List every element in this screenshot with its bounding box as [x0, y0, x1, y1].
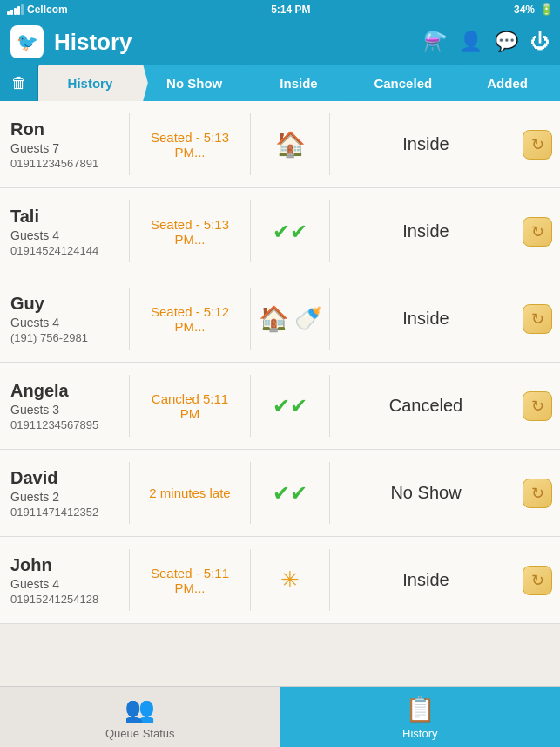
tab-inside[interactable]: Inside: [247, 65, 352, 101]
profile-icon[interactable]: 👤: [459, 31, 482, 53]
status-label: Inside: [330, 221, 522, 241]
battery-icon: 🔋: [540, 3, 553, 16]
stroller-icon: 🍼: [294, 305, 322, 332]
tab-canceled[interactable]: Canceled: [351, 65, 455, 101]
guest-name: Tali: [10, 207, 118, 227]
header-actions: ⚗️ 👤 💬 ⏻: [423, 31, 550, 53]
status-time-cell: Cancled 5:11 PM: [130, 384, 250, 428]
check-icon: ✔✔: [273, 481, 307, 506]
guest-info: Guy Guests 4 (191) 756-2981: [0, 287, 129, 351]
page-title: History: [54, 29, 413, 56]
refresh-button-area: ↻: [522, 479, 560, 508]
guest-name: Guy: [10, 294, 118, 314]
table-row: John Guests 4 01915241254128 Seated - 5:…: [0, 537, 560, 624]
queue-status-icon: 👥: [125, 695, 155, 723]
status-label: Inside: [330, 309, 522, 329]
tab-history[interactable]: History: [38, 65, 143, 101]
refresh-button[interactable]: ↻: [523, 304, 552, 334]
guest-info: David Guests 2 01911471412352: [0, 461, 129, 526]
guest-count: Guests 4: [10, 228, 118, 242]
status-time-cell: Seated - 5:13 PM...: [130, 210, 250, 254]
delete-button[interactable]: 🗑: [0, 65, 38, 101]
refresh-button[interactable]: ↻: [523, 217, 552, 247]
refresh-button-area: ↻: [522, 391, 560, 421]
guest-icons: ✳: [251, 567, 329, 594]
guest-name: David: [10, 468, 118, 488]
status-bar-left: Cellcom: [7, 3, 68, 16]
guest-name: Angela: [10, 381, 118, 401]
guest-name: John: [10, 555, 118, 575]
bottom-navigation: 👥 Queue Status 📋 History: [0, 686, 560, 747]
history-nav-icon: 📋: [405, 695, 435, 723]
guest-icons: 🏠🍼: [251, 304, 329, 333]
guest-icons: ✔✔: [251, 481, 329, 506]
refresh-button[interactable]: ↻: [523, 391, 552, 421]
guest-phone: 01911234567891: [10, 157, 118, 170]
guest-count: Guests 4: [10, 577, 118, 591]
status-time: 5:14 PM: [271, 3, 310, 16]
status-time-cell: Seated - 5:13 PM...: [130, 123, 250, 166]
trash-icon: 🗑: [11, 74, 27, 92]
table-row: Tali Guests 4 01914524124144 Seated - 5:…: [0, 188, 560, 275]
guest-phone: 01914524124144: [10, 244, 118, 257]
table-row: Guy Guests 4 (191) 756-2981 Seated - 5:1…: [0, 275, 560, 363]
guest-name: Ron: [10, 119, 118, 139]
house-icon: 🏠: [259, 304, 289, 333]
status-label: Inside: [330, 134, 522, 154]
check-icon: ✔✔: [273, 394, 307, 418]
guest-info: Angela Guests 3 01911234567895: [0, 374, 129, 438]
refresh-button-area: ↻: [522, 217, 560, 247]
status-label: Canceled: [330, 396, 522, 416]
guest-phone: 01915241254128: [10, 593, 118, 606]
message-icon[interactable]: 💬: [495, 31, 518, 53]
guest-count: Guests 2: [10, 490, 118, 504]
app-header: 🐦 History ⚗️ 👤 💬 ⏻: [0, 19, 560, 65]
refresh-button[interactable]: ↻: [523, 130, 552, 160]
status-time-cell: Seated - 5:11 PM...: [130, 559, 250, 602]
guest-phone: 01911471412352: [10, 506, 118, 519]
table-row: Ron Guests 7 01911234567891 Seated - 5:1…: [0, 101, 560, 188]
status-bar: Cellcom 5:14 PM 34% 🔋: [0, 0, 560, 19]
battery-level: 34%: [514, 3, 535, 16]
guest-icons: 🏠: [251, 130, 329, 159]
nav-history[interactable]: 📋 History: [280, 687, 561, 747]
filter-icon[interactable]: ⚗️: [423, 31, 447, 53]
check-icon: ✔✔: [273, 220, 307, 244]
status-bar-right: 34% 🔋: [514, 3, 553, 16]
app-logo: 🐦: [10, 25, 44, 58]
tab-added[interactable]: Added: [455, 65, 560, 101]
refresh-button-area: ↻: [522, 130, 560, 160]
guest-info: Ron Guests 7 01911234567891: [0, 112, 129, 177]
guest-info: Tali Guests 4 01914524124144: [0, 200, 129, 264]
guest-count: Guests 3: [10, 403, 118, 417]
logo-emoji: 🐦: [17, 31, 38, 52]
refresh-button[interactable]: ↻: [523, 566, 552, 595]
table-row: David Guests 2 01911471412352 2 minutes …: [0, 450, 560, 537]
tab-noshow[interactable]: No Show: [143, 65, 247, 101]
status-time-cell: 2 minutes late: [130, 479, 250, 507]
carrier-name: Cellcom: [27, 3, 68, 16]
guest-list: Ron Guests 7 01911234567891 Seated - 5:1…: [0, 101, 560, 686]
sun-icon: ✳: [280, 567, 300, 594]
refresh-button-area: ↻: [522, 304, 560, 334]
house-icon: 🏠: [275, 130, 306, 159]
refresh-button[interactable]: ↻: [523, 479, 552, 508]
guest-count: Guests 4: [10, 316, 118, 329]
tab-bar: 🗑 History No Show Inside Canceled Added: [0, 65, 560, 101]
status-label: No Show: [330, 483, 522, 503]
refresh-button-area: ↻: [522, 566, 560, 595]
guest-count: Guests 7: [10, 141, 118, 155]
guest-icons: ✔✔: [251, 394, 329, 418]
power-icon[interactable]: ⏻: [530, 31, 550, 53]
status-label: Inside: [330, 570, 522, 590]
guest-info: John Guests 4 01915241254128: [0, 548, 129, 613]
guest-icons: ✔✔: [251, 220, 329, 244]
status-time-cell: Seated - 5:12 PM...: [130, 297, 250, 341]
guest-phone: (191) 756-2981: [10, 331, 118, 344]
signal-icon: [7, 4, 24, 15]
guest-phone: 01911234567895: [10, 418, 118, 431]
nav-queue-status[interactable]: 👥 Queue Status: [0, 687, 280, 747]
table-row: Angela Guests 3 01911234567895 Cancled 5…: [0, 363, 560, 450]
